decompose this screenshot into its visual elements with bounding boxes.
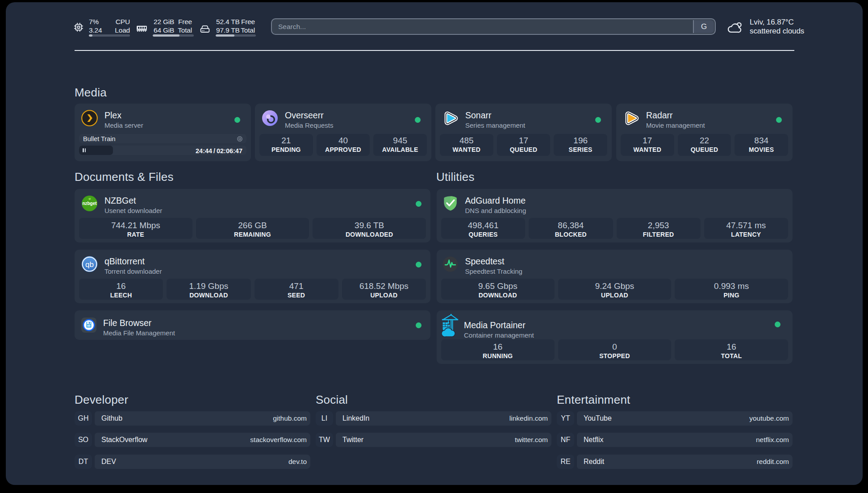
svg-text:nzbget: nzbget	[82, 201, 97, 206]
svg-text:qb: qb	[85, 260, 94, 269]
